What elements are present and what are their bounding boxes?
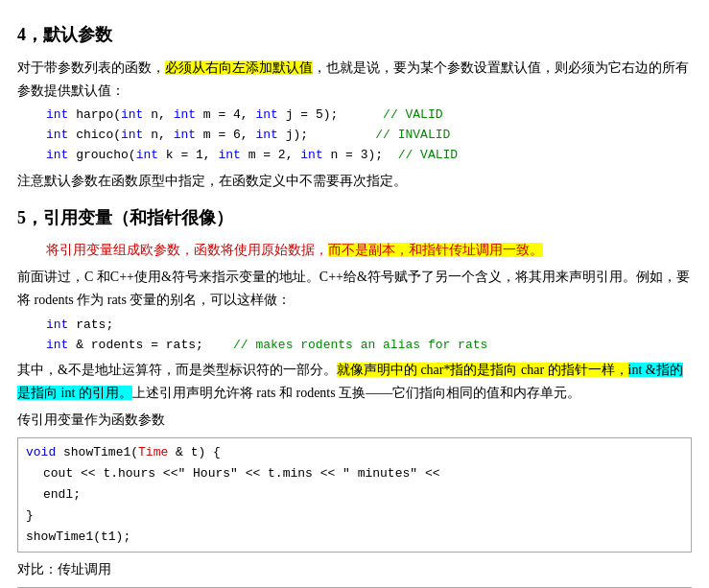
section-5-number: 5，引用变量（和指针很像） [17,208,233,227]
section-4-title: 4，默认参数 [17,21,692,49]
section-5-para2: 前面讲过，C 和C++使用&符号来指示变量的地址。C++给&符号赋予了另一个含义… [17,266,692,312]
section-5-para5: 对比：传址调用 [17,558,692,581]
highlight-ref-1: 而不是副本，和指针传址调用一致。 [328,243,543,257]
section-4-para1: 对于带参数列表的函数，必须从右向左添加默认值，也就是说，要为某个参数设置默认值，… [17,57,692,103]
section-5-para1: 将引用变量组成欧参数，函数将使用原始数据，而不是副本，和指针传址调用一致。 [46,239,692,262]
cb1-line5: showTime1(t1); [26,527,683,548]
section-5-codebox1: void showTime1(Time & t) { cout << t.hou… [17,437,692,553]
highlight-default-param: 必须从右向左添加默认值 [165,60,313,75]
section-5-para3: 其中，&不是地址运算符，而是类型标识符的一部分。就像声明中的 char*指的是指… [17,359,692,405]
cb1-line3: endl; [43,484,683,506]
section-4: 4，默认参数 对于带参数列表的函数，必须从右向左添加默认值，也就是说，要为某个参… [17,21,692,193]
code-rats-1: int rats; [46,316,692,336]
section-5-title: 5，引用变量（和指针很像） [17,204,692,232]
section-4-para2: 注意默认参数在函数原型中指定，在函数定义中不需要再次指定。 [17,170,692,193]
cb1-line2: cout << t.hours <<" Hours" << t.mins << … [43,463,683,484]
section-5-para4: 传引用变量作为函数参数 [17,409,692,432]
highlight-ref-2: 就像声明中的 char*指的是指向 char 的指针一样， [337,363,628,377]
code-line-2: int chico(int n, int m = 6, int j); // I… [46,126,692,146]
code-line-3: int groucho(int k = 1, int m = 2, int n … [46,146,692,166]
cb1-line4: } [26,506,683,527]
section-5-code1: int rats; int & rodents = rats; // makes… [46,316,692,356]
section-4-code: int harpo(int n, int m = 4, int j = 5); … [46,106,692,165]
cb1-line1: void showTime1(Time & t) { [26,442,683,463]
section-4-number: 4，默认参数 [17,25,112,44]
code-line-1: int harpo(int n, int m = 4, int j = 5); … [46,106,692,126]
code-rats-2: int & rodents = rats; // makes rodents a… [46,336,692,356]
page-content: 4，默认参数 对于带参数列表的函数，必须从右向左添加默认值，也就是说，要为某个参… [17,21,692,588]
section-5: 5，引用变量（和指针很像） 将引用变量组成欧参数，函数将使用原始数据，而不是副本… [17,204,692,588]
